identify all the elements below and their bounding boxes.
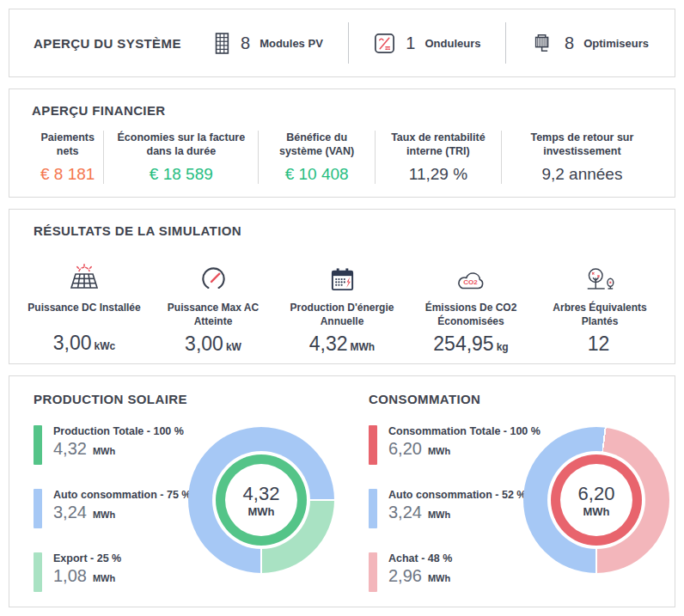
production-title: PRODUCTION SOLAIRE	[34, 392, 334, 406]
production-donut-chart: 4,32 MWh	[188, 427, 334, 573]
legend-item: Auto consommation - 75 % 3,24MWh	[34, 489, 188, 528]
inverters-label: Onduleurs	[424, 37, 480, 50]
system-overview-card: APERÇU DU SYSTÈME	[9, 9, 675, 77]
donut-center-value: 4,32	[243, 483, 280, 505]
legend-unit: MWh	[93, 446, 115, 456]
system-benefit-metric: Bénéfice du système (VAN) € 10 408	[259, 131, 376, 184]
co2-cloud-icon: CO2	[410, 250, 532, 293]
legend-color-bar	[34, 552, 42, 592]
consumption-title: CONSOMMATION	[369, 392, 669, 406]
metric-value: 12	[588, 332, 610, 355]
legend-unit: MWh	[428, 509, 450, 520]
legend-unit: MWh	[428, 446, 450, 456]
inverters-stat: 1 Onduleurs	[373, 32, 480, 55]
legend-value: 6,20	[388, 439, 422, 458]
metric-value: 3,00	[185, 332, 223, 355]
inverter-icon	[373, 32, 396, 55]
vertical-divider	[348, 22, 349, 64]
metric-value: € 8 181	[39, 165, 96, 184]
financial-overview-card: APERÇU FINANCIER Paiements nets € 8 181 …	[9, 88, 675, 198]
legend-value: 4,32	[53, 439, 87, 458]
legend-item: Export - 25 % 1,08MWh	[34, 552, 188, 592]
system-overview-title: APERÇU DU SYSTÈME	[34, 36, 212, 51]
pv-modules-stat: 8 Modules PV	[212, 31, 323, 56]
trees-planted-metric: Arbres Équivalents Plantés 12	[535, 250, 664, 356]
legend-color-bar	[34, 425, 42, 465]
pv-modules-count: 8	[241, 34, 250, 53]
calendar-energy-icon	[281, 250, 403, 293]
production-section: PRODUCTION SOLAIRE Production Totale - 1…	[9, 376, 350, 607]
metric-value: 254,95	[433, 332, 493, 355]
vertical-divider	[505, 22, 506, 64]
legend-unit: MWh	[428, 573, 450, 583]
donut-center: 4,32 MWh	[225, 464, 297, 536]
co2-savings-metric: CO2 Émissions De CO2 Économisées 254,95k…	[406, 250, 535, 356]
annual-energy-metric: Production D'énergie Annuelle 4,32MWh	[278, 250, 406, 356]
report-page: APERÇU DU SYSTÈME	[0, 0, 684, 616]
metric-label: Puissance DC Installée	[23, 301, 145, 327]
pv-modules-icon	[212, 31, 231, 56]
production-legend: Production Totale - 100 % 4,32MWh Auto c…	[34, 425, 188, 592]
simulation-metrics-row: Puissance DC Installée 3,00kWc Puissance…	[20, 250, 664, 356]
metric-value: 9,2 années	[509, 165, 656, 184]
gauge-icon	[152, 250, 274, 293]
financial-overview-title: APERÇU FINANCIER	[32, 103, 663, 118]
net-payments-metric: Paiements nets € 8 181	[32, 131, 104, 184]
metric-label: Taux de rentabilité interne (TRI)	[382, 131, 494, 159]
legend-label: Production Totale - 100 %	[53, 425, 184, 437]
legend-item: Production Totale - 100 % 4,32MWh	[34, 425, 188, 465]
legend-item: Achat - 48 % 2,96MWh	[369, 552, 523, 592]
trees-icon	[539, 250, 661, 293]
irr-metric: Taux de rentabilité interne (TRI) 11,29 …	[376, 131, 502, 184]
metric-label: Production D'énergie Annuelle	[281, 301, 403, 328]
consumption-legend: Consommation Totale - 100 % 6,20MWh Auto…	[369, 425, 523, 592]
legend-color-bar	[369, 489, 377, 528]
metric-value: € 10 408	[266, 165, 368, 184]
legend-value: 3,24	[388, 503, 422, 521]
metric-label: Temps de retour sur investissement	[509, 131, 656, 159]
consumption-section: CONSOMMATION Consommation Totale - 100 %…	[350, 376, 684, 607]
metric-label: Arbres Équivalents Plantés	[539, 301, 661, 328]
legend-color-bar	[369, 425, 377, 465]
donut-center: 6,20 MWh	[560, 464, 632, 536]
financial-metrics-row: Paiements nets € 8 181 Économies sur la …	[32, 131, 663, 184]
optimizers-label: Optimiseurs	[583, 37, 649, 50]
legend-value: 3,24	[53, 503, 87, 521]
metric-label: Bénéfice du système (VAN)	[266, 131, 368, 159]
metric-value: 4,32	[309, 332, 348, 355]
metric-value: € 18 589	[111, 165, 251, 184]
metric-label: Puissance Max AC Atteinte	[152, 301, 274, 328]
metric-unit: MWh	[351, 341, 376, 353]
metric-label: Émissions De CO2 Économisées	[410, 301, 532, 328]
legend-unit: MWh	[93, 509, 115, 520]
donut-center-unit: MWh	[583, 505, 609, 518]
legend-label: Export - 25 %	[53, 552, 121, 564]
legend-label: Auto consommation - 75 %	[53, 489, 191, 501]
max-ac-power-metric: Puissance Max AC Atteinte 3,00kW	[149, 250, 278, 356]
legend-label: Auto consommation - 52 %	[388, 489, 526, 501]
legend-value: 1,08	[53, 566, 87, 585]
metric-label: Paiements nets	[39, 131, 96, 159]
solar-panel-icon	[23, 250, 145, 293]
legend-color-bar	[369, 552, 377, 592]
metric-label: Économies sur la facture dans la durée	[111, 131, 251, 159]
legend-label: Consommation Totale - 100 %	[388, 425, 540, 437]
system-overview-items: 8 Modules PV 1	[212, 22, 649, 64]
pv-modules-label: Modules PV	[260, 37, 323, 50]
metric-unit: kg	[497, 341, 509, 353]
lifetime-savings-metric: Économies sur la facture dans la durée €…	[104, 131, 259, 184]
metric-unit: kW	[226, 341, 241, 353]
payback-time-metric: Temps de retour sur investissement 9,2 a…	[502, 131, 663, 184]
metric-unit: kWc	[95, 340, 116, 352]
optimizers-stat: 8 Optimiseurs	[531, 31, 649, 55]
legend-item: Auto consommation - 52 % 3,24MWh	[369, 489, 523, 528]
simulation-results-card: RÉSULTATS DE LA SIMULATION	[9, 209, 675, 364]
metric-value: 11,29 %	[382, 165, 494, 184]
svg-text:CO2: CO2	[463, 278, 478, 286]
donut-center-unit: MWh	[247, 505, 274, 518]
consumption-donut-chart: 6,20 MWh	[523, 427, 669, 573]
legend-label: Achat - 48 %	[388, 552, 452, 564]
inverters-count: 1	[406, 34, 415, 53]
legend-value: 2,96	[388, 566, 422, 585]
legend-item: Consommation Totale - 100 % 6,20MWh	[369, 425, 523, 465]
